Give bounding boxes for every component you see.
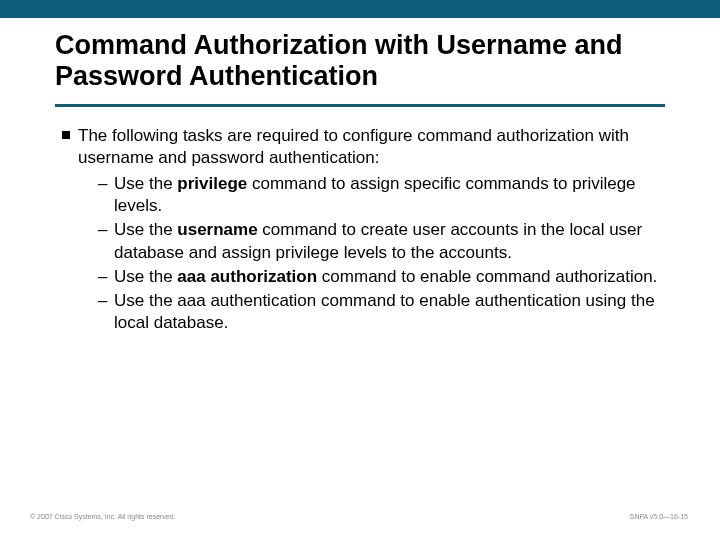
- lead-paragraph: The following tasks are required to conf…: [78, 125, 658, 169]
- item-post: command to enable command authorization.: [317, 267, 657, 286]
- copyright: © 2007 Cisco Systems, Inc. All rights re…: [30, 513, 176, 520]
- lead-text: The following tasks are required to conf…: [78, 126, 629, 167]
- content-block: The following tasks are required to conf…: [78, 125, 658, 334]
- dash-icon: –: [98, 290, 107, 312]
- list-item: – Use the aaa authentication command to …: [78, 290, 658, 334]
- square-bullet-icon: [62, 131, 70, 139]
- item-bold: username: [177, 220, 257, 239]
- list-item: – Use the privilege command to assign sp…: [78, 173, 658, 217]
- list-item: – Use the aaa authorization command to e…: [78, 266, 658, 288]
- item-pre: Use the: [114, 174, 177, 193]
- item-pre: Use the: [114, 267, 177, 286]
- item-bold: privilege: [177, 174, 247, 193]
- header-band: [0, 0, 720, 18]
- list-item: – Use the username command to create use…: [78, 219, 658, 263]
- dash-icon: –: [98, 219, 107, 241]
- item-bold: aaa authorization: [177, 267, 317, 286]
- dash-icon: –: [98, 173, 107, 195]
- item-pre: Use the: [114, 220, 177, 239]
- title-underline: [55, 104, 665, 107]
- sub-list: – Use the privilege command to assign sp…: [78, 173, 658, 334]
- item-pre: Use the aaa authentication command to en…: [114, 291, 655, 332]
- dash-icon: –: [98, 266, 107, 288]
- page-title: Command Authorization with Username and …: [55, 30, 655, 92]
- slide-number: SNPA v5.0—16-15: [630, 513, 688, 520]
